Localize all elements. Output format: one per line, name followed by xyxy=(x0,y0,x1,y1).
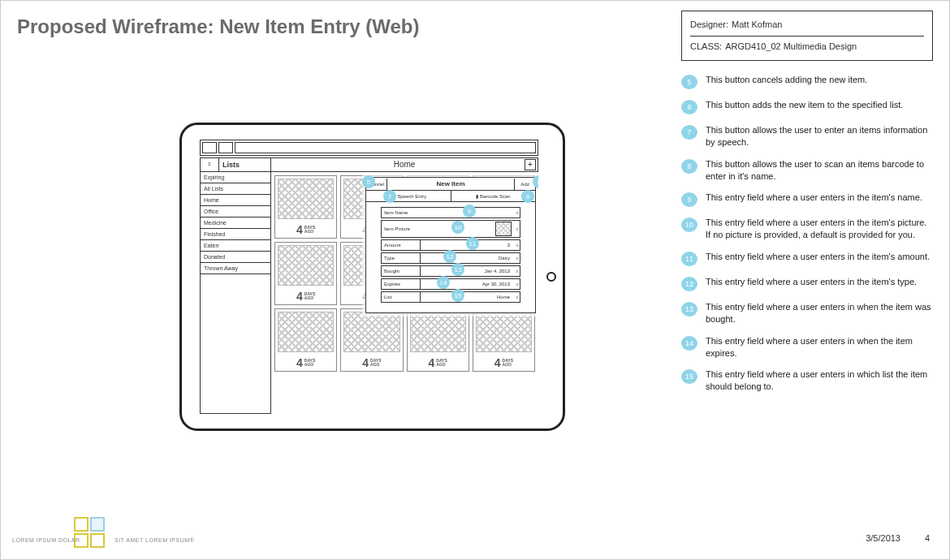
item-name-field[interactable]: Item Name› xyxy=(381,207,520,218)
annot-bubble: 11 xyxy=(681,252,697,266)
annot-bubble: 10 xyxy=(681,218,697,232)
footer-page-number: 4 xyxy=(925,533,930,543)
ago-label: AGO xyxy=(503,362,512,367)
item-grid: 4DAYSAGO 4DAYSAGO 4DAYSAGO 4DAYSAGO 4DAY… xyxy=(271,172,538,414)
annot-bubble: 9 xyxy=(681,192,697,207)
type-field[interactable]: TypeDairy› xyxy=(381,252,520,264)
bought-field[interactable]: BoughtJan 4, 2013› xyxy=(381,265,520,277)
ago-label: AGO xyxy=(370,362,379,367)
field-label: Item Picture xyxy=(382,221,421,237)
annot-bubble: 13 xyxy=(681,302,697,317)
item-picture-field[interactable]: Item Picture› xyxy=(381,220,520,238)
field-value: Apr 30, 2013 xyxy=(421,282,520,286)
footer-date: 3/5/2013 xyxy=(866,533,900,543)
field-value: 3 xyxy=(421,243,520,248)
speech-entry-button[interactable]: Speech Entry xyxy=(366,191,451,201)
field-label: Type xyxy=(382,253,421,263)
annot-text: This entry field where a user enters in … xyxy=(706,217,933,241)
sidebar-item[interactable]: Eaten xyxy=(201,240,270,252)
annot-text: This button allows the user to enter an … xyxy=(706,124,933,149)
field-label: Bought xyxy=(382,266,421,276)
item-image xyxy=(476,312,532,352)
annot-text: This button cancels adding the new item. xyxy=(706,74,933,86)
field-value: Jan 4, 2013 xyxy=(421,269,520,274)
days-number: 4 xyxy=(429,356,435,369)
field-label: Item Name xyxy=(382,208,520,218)
annot-text: This button allows the user to scan an i… xyxy=(706,158,933,183)
sidebar-item[interactable]: Thrown Away xyxy=(201,263,270,274)
item-image xyxy=(343,312,399,352)
chevron-right-icon: › xyxy=(516,256,518,261)
sidebar-item[interactable]: Home xyxy=(201,195,270,206)
header-home: Home + xyxy=(271,157,538,172)
item-image xyxy=(278,179,334,219)
tablet-home-button[interactable] xyxy=(546,272,556,282)
forward-button[interactable] xyxy=(218,142,233,153)
sidebar-item[interactable]: Office xyxy=(201,206,270,218)
ago-label: AGO xyxy=(304,229,313,234)
picture-thumbnail xyxy=(495,222,512,236)
cancel-button[interactable]: Cancel xyxy=(366,179,387,190)
item-card[interactable]: 4DAYSAGO xyxy=(407,308,469,372)
field-value: Dairy xyxy=(421,256,520,261)
address-bar[interactable] xyxy=(235,142,536,153)
back-button[interactable] xyxy=(202,142,217,153)
annot-text: This button adds the new item to the spe… xyxy=(706,99,933,111)
days-number: 4 xyxy=(362,356,369,369)
chevron-right-icon: › xyxy=(516,295,518,300)
tablet-frame: ≡ Lists Home + Expiring All Lists Home O… xyxy=(179,123,565,431)
sidebar-item[interactable]: All Lists xyxy=(201,183,270,195)
days-number: 4 xyxy=(494,356,501,369)
annot-bubble: 8 xyxy=(681,159,697,174)
sidebar-item[interactable]: Finished xyxy=(201,229,270,240)
screen: ≡ Lists Home + Expiring All Lists Home O… xyxy=(200,140,538,414)
list-field[interactable]: ListHome› xyxy=(381,291,520,303)
ago-label: AGO xyxy=(304,295,313,300)
days-number: 4 xyxy=(296,356,303,369)
field-label: Expires xyxy=(382,279,421,289)
menu-button[interactable]: ≡ xyxy=(200,157,219,172)
annot-bubble: 6 xyxy=(681,100,697,114)
home-label: Home xyxy=(394,160,416,169)
barcode-scan-button[interactable]: Barcode Scan xyxy=(451,191,536,201)
item-card[interactable]: 4DAYSAGO xyxy=(274,308,337,372)
expires-field[interactable]: ExpiresApr 30, 2013› xyxy=(381,278,520,290)
annot-text: This entry field where a user enters in … xyxy=(706,192,933,204)
field-label: Amount xyxy=(382,240,421,250)
item-image xyxy=(278,312,334,352)
annot-bubble: 7 xyxy=(681,125,697,140)
item-card[interactable]: 4DAYSAGO xyxy=(274,175,337,239)
add-item-button[interactable]: Add xyxy=(514,179,535,190)
class-value: ARGD410_02 Multimedia Design xyxy=(725,40,857,54)
annot-text: This entry field where a user enters in … xyxy=(706,368,933,393)
sidebar-item[interactable]: Medicine xyxy=(201,218,270,229)
footer-text-center: SIT AMET LOREM IPSUM® xyxy=(114,537,194,543)
item-image xyxy=(410,312,466,352)
annot-bubble: 5 xyxy=(681,75,697,89)
ago-label: AGO xyxy=(304,362,313,367)
sidebar-item[interactable]: Expiring xyxy=(201,172,270,183)
sidebar-item[interactable]: Donated xyxy=(201,252,270,263)
lists-label: Lists xyxy=(219,157,271,172)
annot-text: This entry field where a user enters in … xyxy=(706,335,933,360)
footer-text-left: LOREM IPSUM DOLAR xyxy=(12,537,80,543)
days-number: 4 xyxy=(296,290,303,303)
item-card[interactable]: 4DAYSAGO xyxy=(340,308,403,372)
footer: LOREM IPSUM DOLAR SIT AMET LOREM IPSUM® … xyxy=(1,519,949,551)
item-card[interactable]: 4DAYSAGO xyxy=(274,242,337,305)
chevron-right-icon: › xyxy=(516,210,518,216)
speech-label: Speech Entry xyxy=(397,194,426,199)
annot-bubble: 14 xyxy=(681,336,697,351)
item-card[interactable]: 4DAYSAGO xyxy=(473,308,535,372)
modal-title: New Item xyxy=(387,180,514,187)
annot-text: This entry field where a user enters in … xyxy=(706,276,933,288)
page-title: Proposed Wireframe: New Item Entry (Web) xyxy=(17,15,419,38)
amount-field[interactable]: Amount3› xyxy=(381,239,520,251)
annot-bubble: 12 xyxy=(681,277,697,291)
chevron-right-icon: › xyxy=(516,243,518,248)
sidebar: Expiring All Lists Home Office Medicine … xyxy=(200,172,271,414)
annot-text: This entry field where a user enters in … xyxy=(706,301,933,325)
item-image xyxy=(278,245,334,286)
new-item-modal: Cancel New Item Add Speech Entry Barcode… xyxy=(365,177,536,313)
add-button[interactable]: + xyxy=(525,159,536,170)
